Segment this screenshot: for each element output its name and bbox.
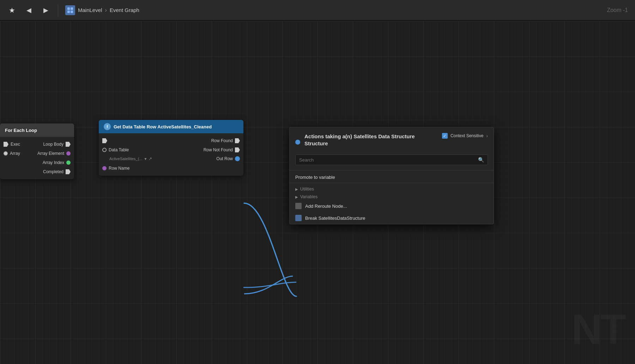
- main-level-text: MainLevel: [78, 7, 102, 13]
- toolbar: ★ ◀ ▶ MainLevel › Event Graph Zoom -1: [0, 0, 635, 20]
- func-icon: f: [104, 123, 111, 130]
- favorite-button[interactable]: ★: [6, 4, 18, 17]
- dt-exec-in: [102, 138, 107, 143]
- zoom-label: Zoom -1: [607, 7, 628, 13]
- datatable-node: f Get Data Table Row ActiveSatellites_Cl…: [99, 120, 243, 176]
- context-chevron: ›: [486, 133, 488, 139]
- pin-row-array: Array Array Element: [0, 149, 74, 158]
- svg-rect-1: [71, 7, 73, 10]
- pin-arrayelement-right: Array Element: [37, 151, 71, 156]
- dt-dropdown[interactable]: ▼: [144, 157, 147, 161]
- exec-in-pin: [4, 142, 8, 147]
- out-row-pin: [235, 156, 240, 161]
- datatable-header: f Get Data Table Row ActiveSatellites_Cl…: [99, 120, 243, 133]
- loop-body-pin: [66, 142, 71, 147]
- array-index-label: Array Index: [43, 160, 64, 165]
- svg-rect-0: [67, 7, 70, 10]
- breadcrumb-sep: ›: [105, 7, 107, 13]
- datatable-body: Row Found Data Table Row Not Found Activ…: [99, 133, 243, 176]
- pin-completed-right: Completed: [43, 169, 71, 174]
- row-name-label: Row Name: [109, 166, 129, 171]
- pin-loopbody-right: Loop Body: [43, 142, 71, 147]
- back-button[interactable]: ◀: [23, 4, 35, 17]
- active-satellites-label-row: ActiveSatellites_(... ▼ ↗: [109, 156, 152, 161]
- pin-row-dt-exec: Row Found: [99, 136, 243, 145]
- out-row-label: Out Row: [216, 156, 233, 161]
- active-satellites-text: ActiveSatellites_(...: [109, 157, 143, 161]
- add-reroute-item[interactable]: Add Reroute Node...: [290, 200, 494, 212]
- context-sensitive-checkbox[interactable]: ✓: [442, 133, 448, 139]
- utilities-section[interactable]: ▶ Utilities: [290, 184, 494, 192]
- pin-array-left: Array: [4, 151, 20, 156]
- event-graph-text: Event Graph: [110, 7, 139, 13]
- row-not-found-label: Row Not Found: [204, 147, 233, 152]
- break-label: Break SatellitesDataStructure: [305, 216, 365, 221]
- context-sensitive-row: ✓ Context Sensitive ›: [439, 133, 488, 139]
- pin-row-dt-table: Data Table Row Not Found: [99, 145, 243, 154]
- toolbar-divider: [58, 4, 58, 17]
- variables-label: Variables: [300, 194, 318, 199]
- data-table-label: Data Table: [109, 147, 129, 152]
- pin-rowname-left: Row Name: [102, 166, 129, 171]
- pin-rowfound-right: Row Found: [211, 138, 240, 143]
- array-in-pin: [4, 151, 8, 156]
- context-divider-mid: [290, 183, 494, 183]
- datatable-in-pin: [102, 148, 107, 152]
- context-menu-title: Actions taking a(n) Satellites Data Stru…: [304, 133, 439, 147]
- pin-rownotfound-right: Row Not Found: [204, 147, 240, 152]
- context-menu-panel: Actions taking a(n) Satellites Data Stru…: [289, 127, 494, 224]
- break-structure-item[interactable]: Break SatellitesDataStructure: [290, 212, 494, 224]
- datatable-title: Get Data Table Row ActiveSatellites_Clea…: [114, 124, 212, 129]
- pin-row-index: Array Index: [0, 158, 74, 167]
- pin-row-dt-name: ActiveSatellites_(... ▼ ↗ Out Row: [99, 154, 243, 164]
- completed-label: Completed: [43, 169, 64, 174]
- search-input[interactable]: [299, 157, 475, 163]
- context-menu-header: Actions taking a(n) Satellites Data Stru…: [290, 127, 494, 170]
- context-divider-top: [290, 170, 494, 170]
- foreach-title: For Each Loop: [5, 128, 37, 133]
- svg-rect-2: [67, 11, 70, 13]
- svg-rect-3: [71, 11, 73, 13]
- row-found-label: Row Found: [211, 138, 233, 143]
- exec-label: Exec: [11, 142, 20, 147]
- row-found-pin: [235, 138, 240, 143]
- loop-body-label: Loop Body: [43, 142, 64, 147]
- completed-pin: [66, 169, 71, 174]
- breadcrumb: MainLevel › Event Graph: [65, 5, 139, 15]
- pin-row-exec: Exec Loop Body: [0, 140, 74, 149]
- pin-row-rowname: Row Name: [99, 164, 243, 173]
- foreach-body: Exec Loop Body Array Array Element Array…: [0, 137, 74, 179]
- context-sensitive-label: Context Sensitive: [450, 133, 483, 138]
- forward-button[interactable]: ▶: [40, 4, 52, 17]
- promote-label: Promote to variable: [295, 175, 335, 180]
- variables-chevron: ▶: [295, 195, 298, 199]
- pin-exec-left: Exec: [4, 142, 20, 147]
- search-icon: 🔍: [478, 157, 484, 163]
- foreach-header: For Each Loop: [0, 123, 74, 137]
- pin-datatable-left: Data Table: [102, 147, 129, 152]
- array-index-pin: [66, 160, 71, 165]
- pin-row-completed: Completed: [0, 167, 74, 176]
- promote-to-variable-item[interactable]: Promote to variable: [290, 172, 494, 183]
- blueprint-icon: [65, 5, 75, 15]
- utilities-chevron: ▶: [295, 187, 298, 191]
- break-icon: [295, 215, 302, 221]
- rowname-in-pin: [102, 166, 107, 170]
- array-element-pin: [66, 151, 71, 156]
- context-blue-dot: [295, 140, 300, 145]
- pin-dt-exec-left: [102, 138, 107, 143]
- variables-section[interactable]: ▶ Variables: [290, 192, 494, 200]
- foreach-loop-node: For Each Loop Exec Loop Body Array Array…: [0, 123, 74, 179]
- utilities-label: Utilities: [300, 187, 314, 192]
- row-not-found-pin: [235, 147, 240, 152]
- array-label: Array: [10, 151, 20, 156]
- pin-arrayindex-right: Array Index: [43, 160, 71, 165]
- array-element-label: Array Element: [37, 151, 64, 156]
- reroute-label: Add Reroute Node...: [305, 204, 347, 209]
- reroute-icon: [295, 203, 302, 209]
- search-bar: 🔍: [295, 154, 488, 165]
- pin-outrow-right: Out Row: [216, 156, 240, 161]
- dt-link[interactable]: ↗: [149, 156, 152, 161]
